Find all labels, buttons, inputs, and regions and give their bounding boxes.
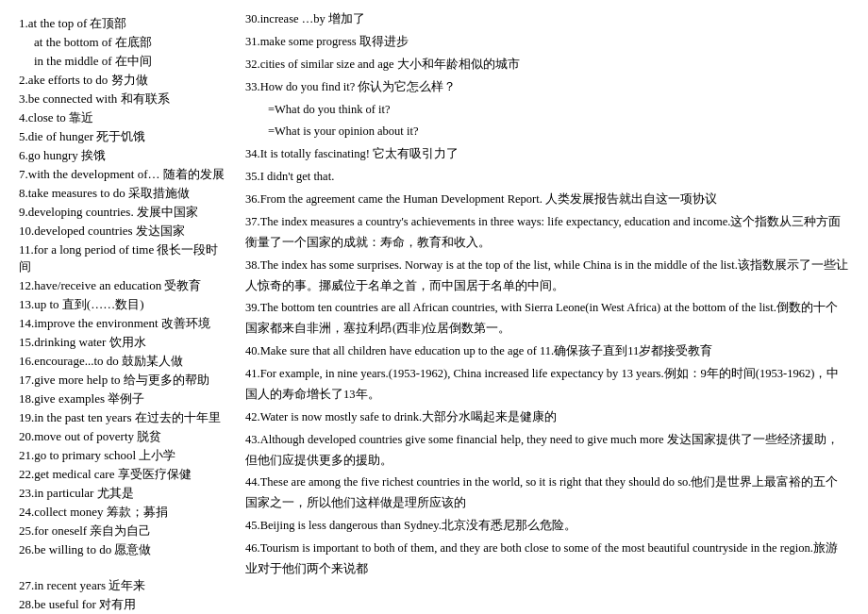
left-item: 10.developed countries 发达国家	[19, 223, 226, 240]
left-item: 5.die of hunger 死于饥饿	[19, 128, 226, 145]
right-item: 33.How do you find it? 你认为它怎么样？	[245, 77, 849, 98]
right-item: =What do you think of it?	[245, 100, 849, 121]
right-item: 39.The bottom ten countries are all Afri…	[245, 298, 849, 340]
left-column: 1.at the top of 在顶部at the bottom of 在底部i…	[19, 9, 226, 614]
left-item: 14.improve the environment 改善环境	[19, 315, 226, 332]
left-item: 4.close to 靠近	[19, 109, 226, 126]
left-item: 12.have/receive an education 受教育	[19, 277, 226, 294]
right-item: 37.The index measures a country's achiev…	[245, 212, 849, 254]
right-item: 46.Tourism is important to both of them,…	[245, 539, 849, 580]
left-item: 28.be useful for 对有用	[19, 596, 226, 613]
right-item: 35.I didn't get that.	[245, 167, 849, 188]
main-container: 1.at the top of 在顶部at the bottom of 在底部i…	[19, 9, 849, 614]
right-item: 40.Make sure that all children have educ…	[245, 341, 849, 362]
right-item: 43.Although developed countries give som…	[245, 430, 849, 472]
left-item: 9.developing countries. 发展中国家	[19, 204, 226, 221]
left-item: 20.move out of poverty 脱贫	[19, 428, 226, 445]
right-item: 34.It is totally fascinating! 它太有吸引力了	[245, 144, 849, 165]
left-item: in the middle of 在中间	[19, 53, 226, 70]
right-item: 30.increase …by 增加了	[245, 9, 849, 30]
left-item: 7.with the development of… 随着的发展	[19, 166, 226, 183]
left-item: 1.at the top of 在顶部	[19, 15, 226, 32]
left-item: 11.for a long period of time 很长一段时间	[19, 241, 226, 275]
left-item: 13.up to 直到(……数目)	[19, 296, 226, 313]
left-items: 1.at the top of 在顶部at the bottom of 在底部i…	[19, 15, 226, 614]
left-item	[19, 560, 226, 575]
right-items: 30.increase …by 增加了31.make some progress…	[245, 9, 849, 580]
left-item: 23.in particular 尤其是	[19, 485, 226, 502]
right-item: =What is your opinion about it?	[245, 122, 849, 142]
left-item: 17.give more help to 给与更多的帮助	[19, 372, 226, 389]
right-item: 32.cities of similar size and age 大小和年龄相…	[245, 55, 849, 75]
left-item: 27.in recent years 近年来	[19, 577, 226, 594]
right-item: 42.Water is now mostly safe to drink.大部分…	[245, 407, 849, 428]
left-item: 26.be willing to do 愿意做	[19, 541, 226, 558]
left-item: 19.in the past ten years 在过去的十年里	[19, 409, 226, 426]
left-item: 18.give examples 举例子	[19, 390, 226, 407]
left-item: 3.be connected with 和有联系	[19, 91, 226, 108]
left-item: 8.take measures to do 采取措施做	[19, 185, 226, 202]
left-item: 16.encourage...to do 鼓励某人做	[19, 353, 226, 370]
left-item: 21.go to primary school 上小学	[19, 447, 226, 464]
right-item: 44.These are among the five richest coun…	[245, 473, 849, 514]
right-item: 45.Beijing is less dangerous than Sydney…	[245, 516, 849, 537]
right-item: 36.From the agreement came the Human Dev…	[245, 190, 849, 210]
right-item: 31.make some progress 取得进步	[245, 32, 849, 53]
right-item: 38.The index has some surprises. Norway …	[245, 256, 849, 297]
left-item: 24.collect money 筹款；募捐	[19, 504, 226, 521]
left-item: 2.ake efforts to do 努力做	[19, 72, 226, 89]
left-item: 6.go hungry 挨饿	[19, 147, 226, 164]
left-item: 22.get medical care 享受医疗保健	[19, 466, 226, 483]
left-item: 25.for oneself 亲自为自己	[19, 523, 226, 539]
right-item: 41.For example, in nine years.(1953-1962…	[245, 364, 849, 406]
right-column: 30.increase …by 增加了31.make some progress…	[245, 9, 849, 614]
left-item: at the bottom of 在底部	[19, 34, 226, 51]
left-item: 15.drinking water 饮用水	[19, 334, 226, 351]
